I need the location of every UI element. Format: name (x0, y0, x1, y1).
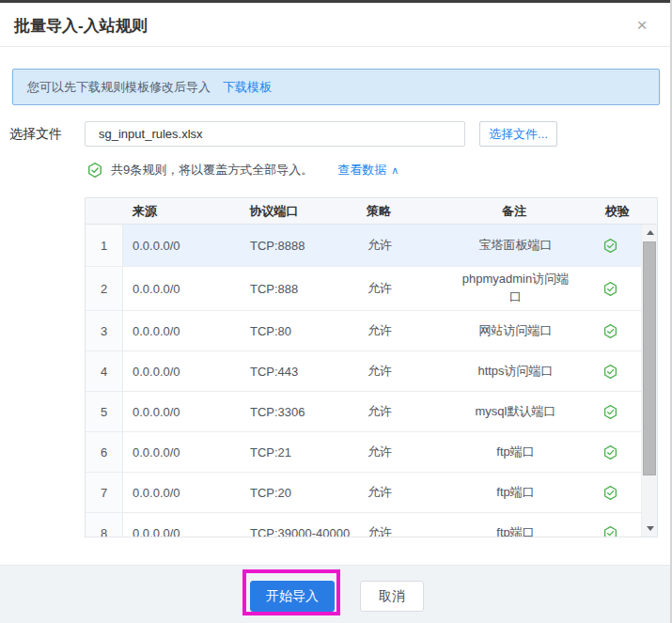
cancel-button[interactable]: 取消 (360, 581, 424, 612)
row-index: 2 (86, 267, 123, 310)
verify-check-icon (579, 513, 642, 537)
table-row[interactable]: 7 0.0.0.0/0 TCP:20 允许 ftp端口 (86, 473, 642, 513)
table-row[interactable]: 2 0.0.0.0/0 TCP:888 允许 phpmyadmin访问端口 (86, 267, 642, 311)
scroll-up-button[interactable] (642, 225, 657, 241)
cell-remark: ftp端口 (452, 432, 579, 472)
cell-source: 0.0.0.0/0 (123, 267, 241, 310)
filename-input[interactable] (85, 121, 465, 147)
cell-source: 0.0.0.0/0 (123, 432, 241, 472)
table-body: 1 0.0.0.0/0 TCP:8888 允许 宝塔面板端口 2 0.0.0.0… (86, 225, 657, 537)
row-index: 8 (86, 513, 123, 537)
row-index: 1 (86, 225, 123, 266)
cell-port: TCP:443 (241, 351, 358, 391)
info-banner: 您可以先下载规则模板修改后导入 下载模板 (12, 69, 660, 105)
cell-source: 0.0.0.0/0 (123, 513, 241, 537)
header-port: 协议端口 (240, 203, 357, 220)
cell-remark: 网站访问端口 (452, 311, 579, 350)
cell-remark: ftp端口 (452, 513, 579, 537)
cell-policy: 允许 (358, 513, 452, 537)
row-index: 7 (86, 473, 123, 512)
cell-policy: 允许 (358, 311, 452, 350)
table-row[interactable]: 6 0.0.0.0/0 TCP:21 允许 ftp端口 (86, 432, 642, 473)
view-data-link[interactable]: 查看数据 ∧ (337, 162, 399, 179)
cell-remark: ftp端口 (452, 473, 579, 512)
verify-check-icon (579, 225, 642, 266)
cell-source: 0.0.0.0/0 (123, 225, 241, 266)
cell-port: TCP:888 (241, 267, 358, 310)
cell-source: 0.0.0.0/0 (123, 351, 241, 391)
close-icon[interactable]: × (631, 14, 653, 37)
cell-policy: 允许 (358, 432, 452, 472)
dialog-footer: 开始导入 取消 (0, 565, 672, 623)
table-scrollbar[interactable] (641, 225, 657, 537)
choose-file-button[interactable]: 选择文件... (479, 121, 557, 147)
start-import-button[interactable]: 开始导入 (250, 581, 335, 612)
scrollbar-thumb[interactable] (643, 241, 656, 475)
header-verify: 校验 (577, 203, 657, 220)
cell-source: 0.0.0.0/0 (123, 311, 241, 350)
triangle-up-icon (647, 230, 654, 235)
table-row[interactable]: 1 0.0.0.0/0 TCP:8888 允许 宝塔面板端口 (86, 225, 642, 267)
cell-policy: 允许 (358, 392, 452, 431)
table-row[interactable]: 5 0.0.0.0/0 TCP:3306 允许 mysql默认端口 (86, 392, 642, 432)
banner-text: 您可以先下载规则模板修改后导入 (27, 79, 211, 96)
table-row[interactable]: 8 0.0.0.0/0 TCP:39000-40000 允许 ftp端口 (86, 513, 642, 537)
cell-port: TCP:21 (241, 432, 358, 472)
cell-policy: 允许 (358, 225, 452, 266)
header-source: 来源 (123, 203, 241, 220)
window-top-edge (0, 0, 672, 3)
cell-policy: 允许 (358, 473, 452, 512)
verify-check-icon (579, 351, 642, 391)
file-select-label: 选择文件 (9, 126, 62, 143)
dialog-header: 批量导入-入站规则 × (0, 3, 670, 47)
cell-remark: 宝塔面板端口 (452, 225, 579, 266)
import-summary: 共9条规则，将以覆盖方式全部导入。 查看数据 ∧ (86, 161, 399, 179)
summary-check-icon (86, 162, 103, 179)
cell-port: TCP:20 (241, 473, 358, 512)
cell-port: TCP:80 (241, 311, 358, 350)
row-index: 5 (86, 392, 123, 431)
cell-source: 0.0.0.0/0 (123, 392, 241, 431)
cell-port: TCP:8888 (241, 225, 358, 266)
row-index: 4 (86, 351, 123, 391)
cell-port: TCP:3306 (241, 392, 358, 431)
chevron-up-icon: ∧ (391, 164, 399, 177)
download-template-link[interactable]: 下载模板 (223, 79, 272, 96)
header-policy: 策略 (357, 203, 451, 220)
cell-remark: phpmyadmin访问端口 (452, 267, 579, 310)
row-index: 3 (86, 311, 123, 350)
rules-table: 来源 协议端口 策略 备注 校验 1 0.0.0.0/0 TCP:8888 允许… (85, 197, 658, 537)
verify-check-icon (579, 311, 642, 350)
row-index: 6 (86, 432, 123, 472)
verify-check-icon (579, 392, 642, 431)
verify-check-icon (579, 432, 642, 472)
cell-port: TCP:39000-40000 (241, 513, 358, 537)
dialog-title: 批量导入-入站规则 (14, 15, 148, 37)
summary-text: 共9条规则，将以覆盖方式全部导入。 (111, 162, 313, 179)
verify-check-icon (579, 267, 642, 310)
cell-policy: 允许 (358, 351, 452, 391)
table-row[interactable]: 4 0.0.0.0/0 TCP:443 允许 https访问端口 (86, 351, 642, 392)
triangle-down-icon (647, 526, 654, 531)
header-remark: 备注 (451, 203, 578, 220)
table-row[interactable]: 3 0.0.0.0/0 TCP:80 允许 网站访问端口 (86, 311, 642, 351)
table-header-row: 来源 协议端口 策略 备注 校验 (86, 198, 657, 225)
verify-check-icon (579, 473, 642, 512)
cell-source: 0.0.0.0/0 (123, 473, 241, 512)
scroll-down-button[interactable] (642, 521, 657, 537)
cell-policy: 允许 (358, 267, 452, 310)
cell-remark: mysql默认端口 (452, 392, 579, 431)
cell-remark: https访问端口 (452, 351, 579, 391)
